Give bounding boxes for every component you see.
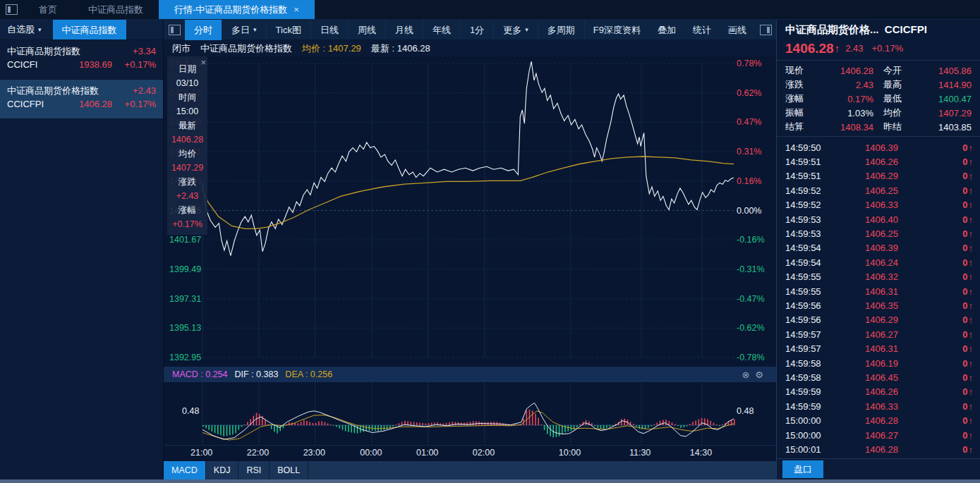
tick-volume: 0 (962, 171, 967, 181)
tick-price: 1406.31 (836, 343, 898, 354)
indicator-tab[interactable]: BOLL (270, 461, 308, 479)
stat-label: 涨跌 (785, 78, 804, 91)
tick-volume: 0 (962, 286, 967, 297)
toolbar-button[interactable]: 多周期 (538, 20, 585, 40)
instrument-last: 1406.28 (66, 99, 112, 109)
collapse-left-panel-icon[interactable] (169, 25, 181, 35)
toolbar-button[interactable]: 统计 (684, 20, 720, 40)
tick-row: 14:59:51 1406.29 0↑ (777, 169, 980, 183)
tick-up-arrow-icon: ↑ (969, 430, 974, 441)
stat-value: 1406.28 (840, 66, 873, 76)
toolbar-button[interactable]: 分时 (185, 20, 222, 40)
instrument-name: 中证商品期货价格指数 (7, 85, 133, 97)
quote-change: 2.43 (845, 43, 863, 54)
tick-price: 1406.19 (836, 358, 898, 369)
chevron-down-icon: ▾ (38, 26, 42, 33)
toolbar-button[interactable]: 1分 (461, 20, 494, 40)
tick-volume: 0 (962, 271, 967, 282)
toolbar-button[interactable]: 画线 (720, 20, 755, 40)
watchlist-group-button[interactable]: 中证商品指数 (53, 20, 126, 39)
tick-time: 14:59:54 (785, 257, 836, 268)
toolbar-button[interactable]: 多日▾ (222, 20, 267, 40)
order-book-row: 盘口 (777, 458, 980, 479)
quote-title: 中证商品期货价格... CCICFPI (777, 20, 980, 39)
svg-text:1392.95: 1392.95 (169, 353, 201, 362)
tick-row: 14:59:51 1406.26 0↑ (777, 154, 980, 169)
quote-price-row: 1406.28 ↑ 2.43 +0.17% (777, 39, 980, 58)
stat-label: 昨结 (883, 121, 902, 133)
tick-row: 14:59:55 1406.32 0↑ (777, 270, 980, 284)
tick-volume: 0 (962, 372, 967, 383)
chevron-down-icon: ▾ (525, 20, 528, 40)
indicator-tab[interactable]: RSI (238, 461, 270, 479)
toolbar-button[interactable]: 月线 (386, 20, 423, 40)
watchlist-group-dropdown[interactable]: 自选股 ▾ (0, 20, 47, 39)
tick-price: 1406.39 (836, 142, 898, 153)
tick-price: 1406.33 (836, 401, 898, 412)
watchlist-item[interactable]: 中证商品期货指数 +3.34 CCICFI 1938.69 +0.17% (0, 40, 163, 80)
macd-chart-area[interactable]: 0.480.48 (164, 382, 776, 445)
price-chart-area[interactable]: 1414.750.78%1412.570.62%1410.390.47%1408… (164, 56, 776, 367)
tick-list[interactable]: 14:59:50 1406.39 0↑ 14:59:51 1406.26 0↑ … (777, 138, 980, 458)
toolbar-button[interactable]: 更多▾ (494, 20, 538, 40)
quote-stat: 昨结 1403.85 (883, 120, 972, 134)
quote-last-price: 1406.28 (785, 41, 834, 56)
app-logo[interactable] (0, 0, 23, 19)
status-strip (0, 479, 980, 483)
top-tab-label: 行情-中证商品期货价格指数 (174, 4, 287, 15)
tick-price: 1406.25 (836, 228, 898, 239)
svg-text:1399.49: 1399.49 (169, 264, 201, 274)
time-axis: 21:0022:0023:0000:0001:0002:0010:0011:30… (164, 445, 776, 461)
tick-time: 14:59:56 (785, 300, 836, 311)
gear-icon[interactable]: ⚙ (755, 369, 763, 380)
tooltip-close-icon[interactable]: × (200, 57, 206, 68)
chart-toolbar: 分时多日▾Tick图日线周线月线年线1分更多▾多周期 F9深度资料叠加统计画线 (164, 20, 776, 40)
tick-volume: 0 (962, 444, 967, 455)
stat-label: 今开 (883, 64, 902, 77)
indicator-tab[interactable]: KDJ (206, 461, 239, 479)
tick-price: 1406.25 (836, 185, 898, 196)
tick-row: 14:59:58 1406.19 0↑ (777, 356, 980, 370)
instrument-pct: +0.17% (112, 99, 156, 109)
top-tab-bar: 首页中证商品指数行情-中证商品期货价格指数× (0, 0, 980, 20)
tab-close-icon[interactable]: × (294, 4, 299, 15)
top-tab[interactable]: 中证商品指数 (73, 0, 159, 19)
tick-volume: 0 (962, 430, 967, 441)
tick-time: 15:00:00 (785, 430, 836, 441)
tick-price: 1406.32 (836, 271, 898, 282)
toolbar-button[interactable]: F9深度资料 (585, 20, 649, 40)
tick-up-arrow-icon: ↑ (969, 444, 974, 455)
indicator-tab[interactable]: MACD (164, 461, 206, 479)
tick-row: 14:59:59 1406.26 0↑ (777, 385, 980, 399)
tick-up-arrow-icon: ↑ (969, 314, 974, 325)
toolbar-button[interactable]: 年线 (423, 20, 461, 40)
tooltip-row: +0.17% (167, 217, 207, 231)
toolbar-button[interactable]: 周线 (349, 20, 386, 40)
price-chart-svg: 1414.750.78%1412.570.62%1410.390.47%1408… (164, 56, 776, 367)
tick-row: 14:59:53 1406.25 0↑ (777, 226, 980, 240)
dif-label: DIF (235, 369, 249, 379)
watchlist-dropdown-label: 自选股 (7, 23, 35, 36)
tick-volume: 0 (962, 257, 967, 268)
svg-text:1401.67: 1401.67 (169, 235, 201, 245)
top-tab[interactable]: 首页 (23, 0, 73, 19)
toolbar-button[interactable]: 叠加 (649, 20, 684, 40)
watchlist-item[interactable]: 中证商品期货价格指数 +2.43 CCICFPI 1406.28 +0.17% (0, 80, 163, 119)
tick-up-arrow-icon: ↑ (969, 372, 974, 383)
tick-time: 14:59:59 (785, 386, 836, 397)
order-book-button[interactable]: 盘口 (782, 460, 823, 478)
toolbar-button[interactable]: 日线 (311, 20, 349, 40)
collapse-right-panel-icon[interactable] (760, 25, 772, 35)
svg-text:1395.13: 1395.13 (169, 323, 201, 333)
toolbar-button[interactable]: Tick图 (267, 20, 311, 40)
svg-text:0.78%: 0.78% (737, 59, 761, 68)
stat-value: 1405.86 (938, 66, 972, 76)
tick-price: 1406.28 (836, 444, 898, 455)
tick-price: 1406.27 (836, 430, 898, 441)
tick-price: 1406.26 (836, 386, 898, 397)
close-circle-icon[interactable]: ⊗ (742, 369, 749, 380)
stat-value: 1403.85 (938, 122, 972, 133)
tick-row: 14:59:58 1406.45 0↑ (777, 370, 980, 384)
top-tab[interactable]: 行情-中证商品期货价格指数× (159, 0, 315, 19)
tick-time: 15:00:01 (785, 444, 836, 455)
